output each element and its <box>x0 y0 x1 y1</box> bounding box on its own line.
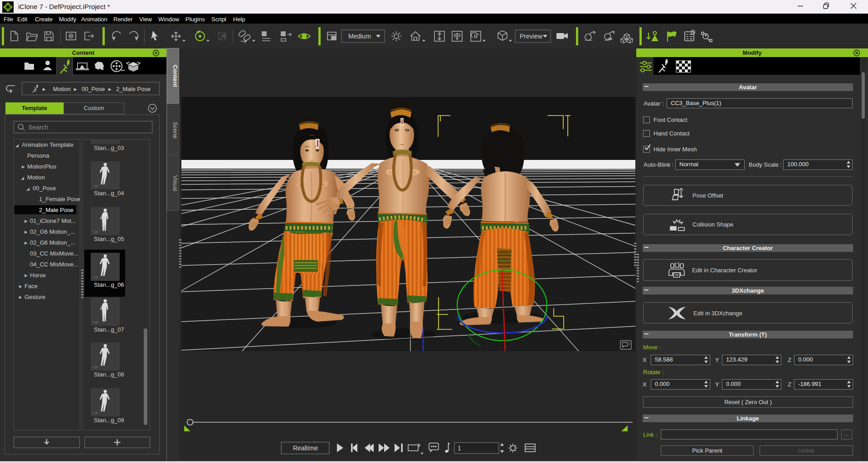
svg-text:Stan...g_07: Stan...g_07 <box>94 326 124 333</box>
svg-text:7.80: 7.80 <box>93 366 98 369</box>
svg-text:Stan...g_05: Stan...g_05 <box>94 236 124 242</box>
svg-text:Realtime: Realtime <box>293 444 318 452</box>
svg-text:Stan...g_08: Stan...g_08 <box>94 371 124 378</box>
svg-text:Stan...g_09: Stan...g_09 <box>94 417 124 424</box>
svg-text:7.80: 7.80 <box>93 411 98 415</box>
svg-text:Preview: Preview <box>520 33 543 40</box>
svg-text:Stan...g_03: Stan...g_03 <box>94 145 124 151</box>
svg-text:7.80: 7.80 <box>93 230 98 233</box>
svg-text:7.80: 7.80 <box>93 184 98 188</box>
svg-text:7.80: 7.80 <box>93 321 98 324</box>
svg-text:Stan...g_04: Stan...g_04 <box>94 190 124 197</box>
svg-text:Stan...g_06: Stan...g_06 <box>94 281 124 288</box>
svg-text:Medium: Medium <box>348 33 371 40</box>
svg-text:7.80: 7.80 <box>93 276 98 279</box>
svg-text:1: 1 <box>458 444 461 452</box>
